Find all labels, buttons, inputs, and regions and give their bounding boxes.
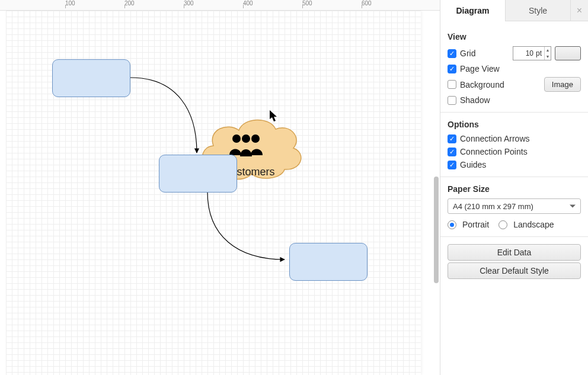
label-conn-arrows: Connection Arrows xyxy=(460,134,530,143)
app-root: 100 200 300 400 500 600 xyxy=(0,0,588,375)
svg-point-2 xyxy=(251,134,260,143)
panel-body: View Grid 10 pt ▲ ▼ Page View xyxy=(440,21,588,287)
checkbox-conn-arrows[interactable] xyxy=(448,134,456,143)
ruler-tick: 200 xyxy=(124,0,135,7)
canvas[interactable]: Customers xyxy=(0,11,440,375)
label-grid: Grid xyxy=(460,49,475,58)
ruler-tick: 500 xyxy=(302,0,312,7)
row-pageview: Page View xyxy=(448,64,581,73)
ruler-tick: 400 xyxy=(243,0,253,7)
stepper-down-icon[interactable]: ▼ xyxy=(545,53,551,60)
row-guides: Guides xyxy=(448,160,581,169)
separator xyxy=(440,112,588,113)
paper-size-select[interactable]: A4 (210 mm x 297 mm) xyxy=(448,198,581,214)
ruler-horizontal: 100 200 300 400 500 600 xyxy=(0,0,440,11)
label-shadow: Shadow xyxy=(460,95,490,105)
row-conn-points: Connection Points xyxy=(448,147,581,156)
grid-color-button[interactable] xyxy=(555,46,581,60)
people-icon xyxy=(227,133,265,156)
cursor-icon xyxy=(270,110,278,122)
checkbox-pageview[interactable] xyxy=(448,65,456,73)
node-bottom-right[interactable] xyxy=(289,243,368,281)
svg-point-0 xyxy=(232,134,241,143)
checkbox-shadow[interactable] xyxy=(448,96,456,105)
row-grid: Grid 10 pt ▲ ▼ xyxy=(448,46,581,60)
svg-point-1 xyxy=(242,134,250,143)
row-shadow: Shadow xyxy=(448,95,581,105)
canvas-area[interactable]: 100 200 300 400 500 600 xyxy=(0,0,440,375)
checkbox-background[interactable] xyxy=(448,80,456,89)
grid-size-unit: pt xyxy=(536,49,544,57)
separator xyxy=(440,177,588,177)
separator xyxy=(440,236,588,237)
tab-diagram[interactable]: Diagram xyxy=(440,0,505,21)
close-panel-button[interactable]: × xyxy=(570,0,588,21)
grid-size-value[interactable]: 10 xyxy=(513,49,536,57)
grid-size-input[interactable]: 10 pt ▲ ▼ xyxy=(513,46,551,60)
background-image-button[interactable]: Image xyxy=(544,77,581,92)
stepper-up-icon[interactable]: ▲ xyxy=(545,47,551,53)
section-view-title: View xyxy=(448,32,581,41)
checkbox-grid[interactable] xyxy=(448,49,456,58)
scrollbar-vertical[interactable] xyxy=(433,11,440,375)
paper-size-value: A4 (210 mm x 297 mm) xyxy=(453,202,533,211)
label-guides: Guides xyxy=(460,160,486,169)
tab-style[interactable]: Style xyxy=(505,0,570,21)
panel-tabs: Diagram Style × xyxy=(440,0,588,21)
section-paper-title: Paper Size xyxy=(448,184,581,194)
section-options-title: Options xyxy=(448,120,581,129)
label-portrait: Portrait xyxy=(462,220,489,229)
radio-landscape[interactable] xyxy=(498,220,507,229)
checkbox-conn-points[interactable] xyxy=(448,148,456,156)
ruler-tick: 600 xyxy=(362,0,372,7)
edit-data-button[interactable]: Edit Data xyxy=(448,244,581,261)
ruler-tick: 100 xyxy=(65,0,75,7)
node-middle[interactable] xyxy=(159,155,237,193)
label-conn-points: Connection Points xyxy=(460,147,528,156)
radio-portrait[interactable] xyxy=(448,220,456,229)
node-top-left[interactable] xyxy=(52,59,130,97)
row-background: Background Image xyxy=(448,77,581,92)
ruler-tick: 300 xyxy=(184,0,194,7)
checkbox-guides[interactable] xyxy=(448,161,456,169)
row-orientation: Portrait Landscape xyxy=(448,220,581,229)
clear-default-style-button[interactable]: Clear Default Style xyxy=(448,262,581,279)
label-landscape: Landscape xyxy=(513,220,554,229)
row-conn-arrows: Connection Arrows xyxy=(448,134,581,143)
side-panel: Diagram Style × View Grid 10 pt ▲ ▼ xyxy=(440,0,588,375)
label-pageview: Page View xyxy=(460,64,500,73)
scrollbar-thumb[interactable] xyxy=(434,177,439,283)
label-background: Background xyxy=(460,80,504,89)
